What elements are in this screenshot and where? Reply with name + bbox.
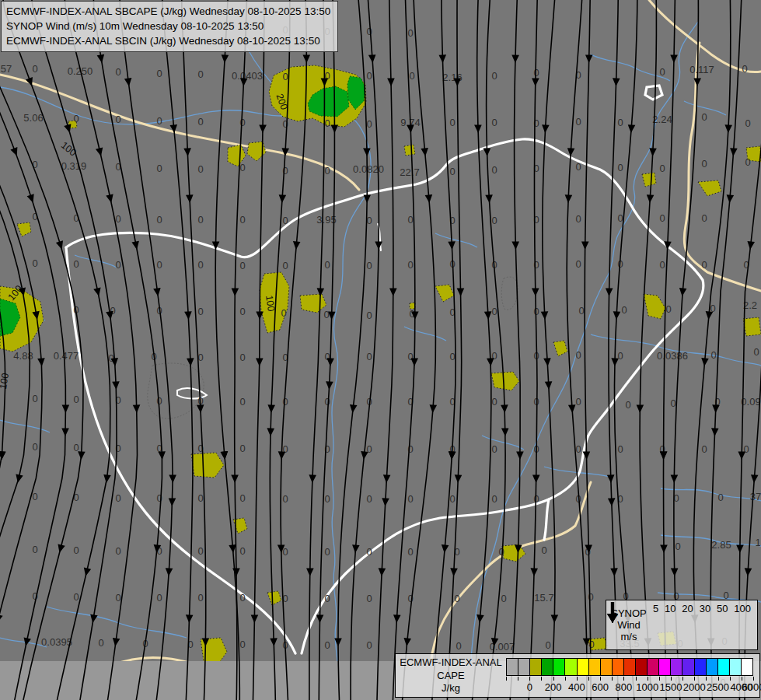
wind-arrowhead-icon [448,451,456,460]
wind-arrowhead-icon [14,474,23,484]
wind-arrowhead-icon [711,428,719,436]
synop-speed-label: 20 [682,603,693,614]
wind-arrowhead-icon [382,498,389,506]
wind-arrowhead-icon [611,358,619,366]
wind-arrowhead-icon [363,148,371,156]
wind-streamline [393,0,415,700]
wind-arrowhead-icon [349,404,358,414]
cape-colorbar-legend-box: ECMWF-INDEX-ANAL CAPE J/kg 0200400600800… [395,653,760,698]
cape-color-swatch [648,659,659,675]
cape-tick-label: 2500 [707,681,729,693]
wind-arrowhead-icon [10,147,20,157]
cape-color-swatch [518,659,530,675]
wind-streamline [529,0,538,700]
wind-arrowhead-icon [421,148,429,156]
cape-color-swatch [718,659,730,675]
wind-arrowhead-icon [457,288,465,296]
wind-arrowhead-icon [56,544,65,554]
synop-speed-column: 100 [734,603,751,648]
wind-arrowhead-icon [532,288,539,296]
wind-arrowhead-icon [278,544,285,553]
wind-arrowhead-icon [724,124,732,133]
wind-streamline [270,0,290,700]
wind-arrowhead-icon [170,124,179,133]
cape-tick [636,677,637,681]
wind-arrowhead-icon [532,474,540,483]
wind-arrowhead-icon [550,614,558,623]
cape-tick [742,677,742,681]
wind-arrowhead-icon [96,148,105,157]
synop-legend-title-line: Wind [617,619,641,631]
wind-streamline [745,0,761,700]
wind-arrowhead-icon [403,638,411,646]
cape-color-swatch [613,659,624,675]
wind-arrowhead-icon [169,474,176,483]
synop-wind-legend-box: SYNOP Wind m/s 510203050100 [606,600,758,650]
wind-streamline [664,0,675,700]
wind-arrowhead-icon [153,544,161,553]
wind-arrowhead-icon [165,568,173,576]
cape-tick [577,677,578,681]
title-line-sbcin: ECMWF-INDEX-ANAL SBCIN (J/kg) Wednesday … [6,33,330,48]
wind-streamline [351,0,379,700]
wind-arrowhead-icon [670,474,678,483]
cape-tick [694,677,695,681]
cape-tick-label: 0 [527,681,532,693]
cape-color-swatch [671,659,682,675]
wind-arrowhead-icon [62,404,70,413]
cape-color-swatch [578,659,589,675]
cape-color-swatch [601,659,613,675]
wind-streamline [30,0,117,700]
cape-color-swatch [659,659,671,675]
cape-color-swatch [707,659,718,675]
wind-arrowhead-icon [267,404,275,413]
wind-arrowhead-icon [660,544,668,553]
wind-arrowhead-icon [183,148,191,156]
wind-streamlines-svg [0,0,761,700]
wind-arrowhead-icon [309,474,316,483]
wind-arrowhead-icon [278,451,285,460]
cape-tick [600,677,601,681]
wind-arrowhead-icon [490,638,499,646]
wind-arrowhead-icon [613,311,620,320]
synop-speed-label: 50 [717,603,728,614]
wind-arrowhead-icon [251,614,259,623]
cape-tick [718,677,719,681]
cape-color-swatch [682,659,694,675]
wind-arrowhead-icon [567,148,574,156]
cape-color-swatch [624,659,636,675]
wind-arrowhead-icon [613,78,620,86]
cape-color-swatch [542,659,553,675]
wind-arrowhead-icon [568,404,576,413]
wind-arrowhead-icon [474,124,482,133]
wind-arrowhead-icon [375,241,382,250]
synop-speed-label: 5 [653,603,658,614]
cape-color-swatch [565,659,577,675]
wind-arrowhead-icon [321,78,329,86]
wind-arrowhead-icon [736,544,744,553]
wind-arrowhead-icon [670,54,678,63]
cape-tick [682,677,683,681]
wind-arrowhead-icon [726,194,734,203]
cape-tick [529,677,530,681]
cape-color-swatch [742,659,752,675]
wind-arrowhead-icon [700,358,708,366]
wind-streamline [235,0,247,700]
wind-arrowhead-icon [363,194,371,203]
synop-arrow-scale: 510203050100 [651,600,757,649]
cape-tick [648,677,648,681]
cape-tick [659,677,660,681]
cape-tick-label: 400 [568,681,585,693]
cape-tick [588,677,589,681]
wind-arrowhead-icon [26,77,36,87]
wind-arrowhead-icon [231,474,239,483]
cape-tick-label: 2000 [683,681,706,693]
wind-streamline [162,0,193,700]
cape-color-swatch [530,659,542,675]
wind-arrowhead-icon [334,638,342,646]
wind-streamline [0,0,65,700]
cape-tick [553,677,554,681]
wind-arrowhead-icon [487,358,494,366]
wind-streamline [431,0,456,700]
wind-arrowhead-icon [407,124,414,133]
